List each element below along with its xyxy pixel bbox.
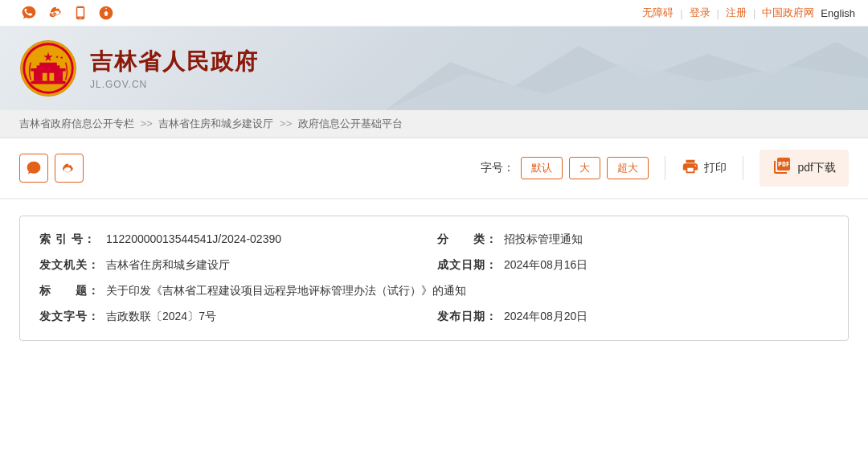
login-link[interactable]: 登录 [690,6,710,20]
publish-date-label: 发布日期： [437,310,497,324]
category-label: 分 类： [437,232,497,247]
subject-value: 关于印发《吉林省工程建设项目远程异地评标管理办法（试行）》的通知 [106,284,829,298]
doc-info-grid: 索 引 号： 11220000013544541J/2024-02390 分 类… [39,232,829,324]
pdf-section[interactable]: pdf下载 [760,150,849,187]
register-link[interactable]: 注册 [726,6,747,20]
breadcrumb-part1[interactable]: 吉林省政府信息公开专栏 [19,117,134,129]
toolbar-divider1 [665,156,665,180]
weibo-top-icon[interactable] [45,3,64,23]
divider3: | [753,7,755,19]
top-bar: 无障碍 | 登录 | 注册 | 中国政府网 English [0,0,868,27]
pdf-label: pdf下载 [798,161,836,175]
toolbar: 字号： 默认 大 超大 打印 pdf下载 [0,138,868,199]
breadcrumb-part3[interactable]: 政府信息公开基础平台 [298,117,403,129]
header: 吉林省人民政府 JL.GOV.CN [0,27,868,110]
header-title: 吉林省人民政府 [90,47,259,77]
print-label: 打印 [704,161,727,175]
svg-rect-6 [39,63,57,67]
svg-rect-12 [31,81,65,84]
font-large-button[interactable]: 大 [569,157,600,179]
header-text: 吉林省人民政府 JL.GOV.CN [90,47,259,90]
breadcrumb-sep2: >> [280,117,292,129]
font-default-button[interactable]: 默认 [521,157,563,179]
toolbar-wechat-button[interactable] [19,154,48,183]
issuer-label: 发文机关： [39,258,100,273]
print-section[interactable]: 打印 [682,158,727,179]
breadcrumb-sep1: >> [141,117,153,129]
font-xlarge-button[interactable]: 超大 [607,157,649,179]
social-icons-top [19,3,116,23]
toolbar-divider2 [743,156,743,180]
print-icon [682,158,699,179]
header-subtitle: JL.GOV.CN [90,79,259,90]
svg-rect-7 [43,73,47,81]
issuer-value: 吉林省住房和城乡建设厅 [106,258,431,273]
divider2: | [717,7,719,19]
accessibility-link[interactable]: 无障碍 [642,6,674,20]
mountain-decoration [386,30,868,110]
publish-date-value: 2024年08月20日 [504,310,829,324]
doc-number-label: 发文字号： [39,310,100,324]
toolbar-social [19,154,84,183]
mobile-top-icon[interactable] [71,3,90,23]
svg-rect-8 [49,73,54,81]
gov-site-link[interactable]: 中国政府网 [762,6,814,20]
index-value: 11220000013544541J/2024-02390 [106,232,431,245]
document-info-wrapper: 索 引 号： 11220000013544541J/2024-02390 分 类… [0,199,868,357]
wechat-top-icon[interactable] [19,3,39,23]
breadcrumb-part2[interactable]: 吉林省住房和城乡建设厅 [158,117,273,129]
top-bar-links: 无障碍 | 登录 | 注册 | 中国政府网 English [642,6,855,20]
pdf-icon [772,156,792,180]
font-size-section: 字号： 默认 大 超大 [481,157,649,179]
category-value: 招投标管理通知 [504,232,829,247]
national-emblem [19,39,77,97]
english-link[interactable]: English [821,7,855,19]
date-made-label: 成文日期： [437,258,497,273]
date-made-value: 2024年08月16日 [504,258,829,273]
face-top-icon[interactable] [96,3,116,23]
index-label: 索 引 号： [39,232,100,247]
breadcrumb: 吉林省政府信息公开专栏 >> 吉林省住房和城乡建设厅 >> 政府信息公开基础平台 [0,110,868,138]
divider1: | [680,7,682,19]
subject-label: 标 题： [39,284,100,298]
document-info: 索 引 号： 11220000013544541J/2024-02390 分 类… [19,216,849,341]
font-label: 字号： [481,161,514,175]
toolbar-weibo-button[interactable] [55,154,84,183]
doc-number-value: 吉政数联〔2024〕7号 [106,310,431,324]
